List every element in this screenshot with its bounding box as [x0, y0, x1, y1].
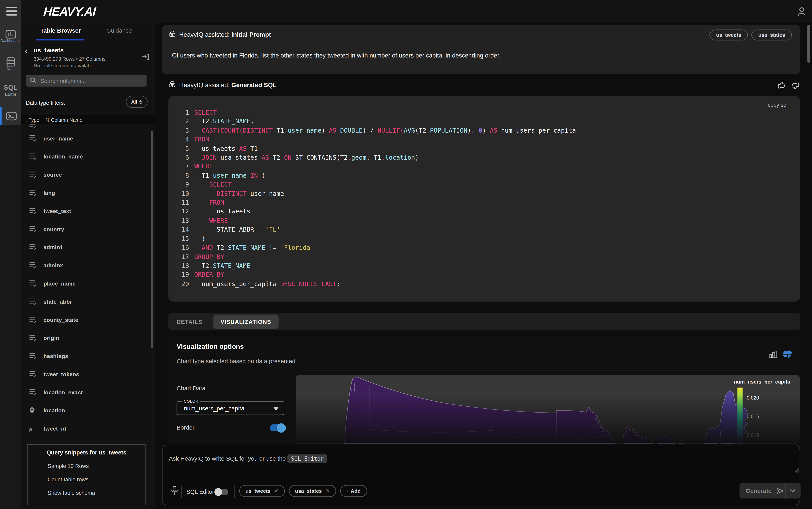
copy-sql-button[interactable]: copy sql — [768, 102, 788, 108]
column-list-scrollbar[interactable] — [151, 131, 153, 348]
sql-line-4: 4FROM — [176, 135, 576, 144]
column-name: tweet_text — [43, 207, 71, 214]
close-icon[interactable]: ✕ — [274, 488, 279, 494]
thumbs-down-icon[interactable] — [791, 82, 799, 90]
table-chips: us_tweetsusa_states — [709, 29, 792, 40]
bar-chart-icon[interactable] — [769, 350, 778, 359]
sidebar-item-heavyiq-terminal-active[interactable] — [0, 107, 21, 125]
table-chip-usa_states[interactable]: usa_states — [751, 29, 792, 40]
column-row-tweet_text[interactable]: tweet_text — [21, 202, 151, 220]
column-row-place_name[interactable]: place_name — [21, 274, 151, 292]
sql-line-9: 9 SELECT — [176, 180, 576, 190]
line-number: 20 — [176, 280, 189, 289]
text-column-icon — [29, 298, 37, 305]
sql-editor-toggle[interactable] — [215, 489, 228, 496]
chevron-down-icon[interactable] — [790, 489, 796, 493]
ask-prompt-placeholder[interactable]: Ask HeavyIQ to write SQL for you or use … — [169, 455, 327, 462]
column-row-county_state[interactable]: county_state — [21, 310, 151, 329]
heavyai-logo: HEAVY.AI — [43, 5, 96, 19]
column-name: lang — [43, 189, 55, 195]
search-columns-input[interactable] — [40, 77, 139, 83]
column-name: origin — [43, 335, 59, 341]
heavyiq-icon — [168, 30, 176, 38]
snippet-count-table-rows[interactable]: Count table rows — [47, 476, 145, 482]
column-row-admin1[interactable]: admin1 — [21, 238, 151, 256]
resize-grip-icon[interactable] — [793, 467, 800, 473]
column-name: tweet_id — [43, 425, 66, 431]
line-number: 11 — [176, 199, 189, 208]
back-chevron-icon[interactable]: ‹ — [25, 47, 27, 55]
column-name: place_name — [43, 280, 76, 286]
snippet-sample-10-rows[interactable]: Sample 10 Rows — [47, 463, 145, 469]
line-number: 8 — [176, 171, 189, 180]
generate-button[interactable]: Generate — [740, 483, 801, 499]
column-list: user_namelocation_namesourcelangtweet_te… — [21, 124, 151, 444]
column-row-country[interactable]: country — [21, 220, 151, 238]
sql-code[interactable]: 1SELECT2 T2.STATE_NAME,3 CAST(COUNT(DIST… — [176, 108, 576, 289]
data-type-filters-label: Data type filters: — [26, 100, 65, 106]
us-map-visualization[interactable]: num_users_per_capita 0.0200.0150.010 — [296, 375, 800, 444]
text-column-icon — [29, 262, 37, 268]
sort-type: ↓ Type — [25, 117, 39, 123]
chip-label: us_tweets — [246, 488, 270, 494]
text-column-icon — [29, 371, 37, 377]
open-in-editor-icon[interactable] — [141, 53, 150, 61]
border-toggle[interactable] — [270, 425, 284, 431]
add-table-chip-button[interactable]: + Add — [340, 485, 367, 497]
choropleth-map-icon[interactable] — [782, 350, 792, 359]
sidebar-item-sql-editor[interactable]: SQL Editor — [0, 83, 21, 97]
table-chip-us_tweets[interactable]: us_tweets — [709, 29, 748, 40]
thumbs-up-icon[interactable] — [778, 81, 786, 89]
rail-upper-block: Dashboards Data SQL Editor — [0, 0, 21, 125]
sql-line-14: 14 STATE_ABBR = 'FL' — [176, 226, 576, 235]
text-column-icon — [29, 171, 37, 178]
data-type-filter-select[interactable]: All — [126, 96, 148, 108]
sql-line-18: 18 T2.STATE_NAME — [176, 262, 576, 271]
geo-column-icon — [29, 407, 37, 413]
snippet-show-table-schema[interactable]: Show table schema — [47, 489, 145, 496]
heavyiq-icon — [168, 80, 176, 88]
column-row-lang[interactable]: lang — [21, 183, 151, 202]
ask-chip-us_tweets[interactable]: us_tweets✕ — [239, 485, 285, 497]
column-row-hashtags[interactable]: hashtags — [21, 347, 151, 365]
sidebar-item-dashboards[interactable]: Dashboards — [0, 29, 21, 42]
column-list-header[interactable]: ↓ Type ⇅ Column Name — [21, 115, 155, 124]
send-icon — [776, 487, 784, 495]
tab-table-browser[interactable]: Table Browser — [37, 28, 84, 34]
line-number: 17 — [176, 252, 189, 262]
close-icon[interactable]: ✕ — [325, 488, 330, 494]
sql-line-17: 17GROUP BY — [176, 252, 576, 262]
line-number: 9 — [176, 180, 189, 190]
column-row-admin2[interactable]: admin2 — [21, 256, 151, 274]
sidebar-label: Data — [0, 67, 21, 70]
column-row-origin[interactable]: origin — [21, 329, 151, 347]
column-row-tweet_id[interactable]: #tweet_id — [21, 419, 151, 438]
hamburger-icon[interactable] — [6, 7, 17, 15]
user-profile-icon[interactable] — [797, 6, 807, 16]
text-column-icon — [29, 316, 37, 323]
column-row-location_name[interactable]: location_name — [21, 147, 151, 165]
sql-line-3: 3 CAST(COUNT(DISTINCT T1.user_name) AS D… — [176, 126, 576, 135]
sql-line-20: 20 num_users_per_capita DESC NULLS LAST; — [176, 280, 576, 289]
column-row-user_name[interactable]: user_name — [21, 129, 151, 147]
ask-chip-usa_states[interactable]: usa_states✕ — [289, 485, 336, 497]
column-name: tweet_tokens — [43, 371, 79, 377]
column-name: state_abbr — [43, 298, 72, 304]
main-scrollbar-thumb[interactable] — [807, 25, 810, 63]
column-row-location[interactable]: location — [21, 401, 151, 419]
filter-value: All — [131, 99, 137, 105]
tab-details[interactable]: DETAILS — [177, 318, 202, 325]
divider — [234, 485, 234, 498]
table-browser-panel: Table Browser Guidance ‹ us_tweets 394,4… — [21, 23, 155, 509]
microphone-icon[interactable] — [171, 485, 178, 497]
column-name: county_state — [43, 316, 78, 323]
column-row-location_exact[interactable]: location_exact — [21, 383, 151, 401]
color-dimension-select[interactable]: COLOR num_users_per_capita — [177, 401, 284, 415]
column-row-state_abbr[interactable]: state_abbr — [21, 292, 151, 310]
tab-guidance[interactable]: Guidance — [99, 28, 139, 34]
sidebar-item-data[interactable]: Data — [0, 57, 21, 70]
column-row-source[interactable]: source — [21, 165, 151, 183]
column-row-tweet_tokens[interactable]: tweet_tokens — [21, 365, 151, 383]
line-number: 10 — [176, 190, 189, 199]
tab-visualizations[interactable]: VISUALIZATIONS — [213, 314, 279, 329]
